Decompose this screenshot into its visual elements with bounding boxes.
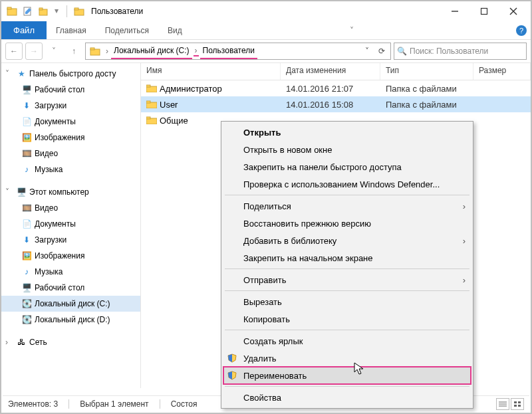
nav-up-button[interactable]: ↑: [65, 43, 82, 60]
nav-music[interactable]: ♪Музыка: [1, 161, 140, 177]
nav-forward-button[interactable]: →: [25, 43, 43, 60]
drive-icon: 💽: [21, 299, 32, 308]
minimize-button[interactable]: [440, 2, 469, 21]
ctx-pin-start[interactable]: Закрепить на начальном экране: [223, 249, 471, 266]
ctx-separator: [225, 195, 469, 195]
nav-pc-pictures[interactable]: 🖼️Изображения: [1, 248, 140, 264]
video-icon: 🎞️: [21, 149, 32, 158]
svg-rect-22: [514, 401, 517, 403]
nav-network[interactable]: ›🖧 Сеть: [1, 334, 140, 350]
svg-rect-6: [74, 8, 78, 10]
nav-pictures[interactable]: 🖼️Изображения: [1, 130, 140, 146]
pictures-icon: 🖼️: [21, 133, 32, 142]
ribbon-collapse-icon[interactable]: ˅: [342, 21, 361, 39]
nav-pc-music[interactable]: ♪Музыка: [1, 264, 140, 280]
ctx-add-library[interactable]: Добавить в библиотеку›: [223, 232, 471, 249]
nav-downloads[interactable]: ⬇Загрузки: [1, 98, 140, 114]
view-details-icon[interactable]: [496, 398, 509, 410]
help-button[interactable]: ?: [512, 21, 531, 39]
nav-recent-button[interactable]: ˅: [45, 43, 63, 60]
titlebar: ▾ Пользователи: [1, 1, 531, 21]
nav-pc-documents[interactable]: 📄Документы: [1, 216, 140, 232]
svg-rect-25: [518, 405, 521, 407]
chevron-right-icon[interactable]: ›: [194, 46, 199, 56]
ctx-separator: [225, 290, 469, 291]
nav-pc-desktop[interactable]: 🖥️Рабочий стол: [1, 280, 140, 296]
download-icon: ⬇: [21, 235, 32, 245]
folder-icon: [146, 100, 157, 108]
document-icon: 📄: [21, 219, 32, 229]
tab-file[interactable]: Файл: [1, 21, 47, 39]
nav-pc-drive-d[interactable]: 💽Локальный диск (D:): [1, 312, 140, 328]
ctx-open-new-window[interactable]: Открыть в новом окне: [223, 141, 471, 158]
properties-icon[interactable]: [23, 6, 33, 17]
ctx-share[interactable]: Поделиться›: [223, 197, 471, 215]
svg-rect-23: [518, 401, 521, 403]
quickaccess-dropdown-icon[interactable]: ▾: [55, 6, 61, 17]
tab-share[interactable]: Поделиться: [96, 21, 158, 39]
address-dropdown-icon[interactable]: ˅: [360, 47, 374, 56]
ctx-copy[interactable]: Копировать: [223, 310, 471, 328]
folder-icon: [146, 84, 157, 92]
new-folder-icon[interactable]: [39, 6, 49, 17]
ctx-delete[interactable]: Удалить: [223, 350, 471, 367]
column-headers: Имя Дата изменения Тип Размер: [141, 63, 531, 80]
tab-home[interactable]: Главная: [47, 21, 96, 39]
col-type[interactable]: Тип: [380, 63, 473, 80]
window-title: Пользователи: [91, 7, 143, 16]
title-folder-icon: [74, 6, 84, 17]
ctx-create-shortcut[interactable]: Создать ярлык: [223, 332, 471, 350]
ctx-send-to[interactable]: Отправить›: [223, 271, 471, 288]
ribbon: Файл Главная Поделиться Вид ˅ ?: [1, 21, 531, 40]
refresh-icon[interactable]: ⟳: [374, 47, 389, 56]
ctx-open[interactable]: Открыть: [223, 124, 471, 141]
file-row[interactable]: Администратор 14.01.2016 21:07 Папка с ф…: [141, 80, 531, 96]
navigation-pane: ˅★ Панель быстрого досту 🖥️Рабочий стол …: [1, 63, 141, 388]
nav-quick-access[interactable]: ˅★ Панель быстрого досту: [1, 66, 140, 82]
ctx-cut[interactable]: Вырезать: [223, 293, 471, 310]
nav-this-pc[interactable]: ˅🖥️ Этот компьютер: [1, 184, 140, 200]
nav-videos[interactable]: 🎞️Видео: [1, 146, 140, 161]
explorer-icon: [7, 6, 17, 17]
ctx-pin-quick-access[interactable]: Закрепить на панели быстрого доступа: [223, 158, 471, 175]
col-date[interactable]: Дата изменения: [281, 63, 380, 80]
ctx-separator: [225, 386, 469, 387]
tab-view[interactable]: Вид: [158, 21, 192, 39]
nav-back-button[interactable]: ←: [5, 43, 23, 60]
view-large-icon[interactable]: [511, 398, 524, 410]
status-item-count: Элементов: 3: [8, 399, 58, 409]
ctx-properties[interactable]: Свойства: [223, 389, 471, 406]
video-icon: 🎞️: [21, 203, 32, 213]
shield-icon: [227, 354, 237, 363]
svg-rect-14: [146, 85, 150, 87]
address-row: ← → ˅ ↑ › Локальный диск (C:) › Пользова…: [1, 40, 531, 62]
download-icon: ⬇: [21, 101, 32, 110]
close-button[interactable]: [499, 2, 528, 21]
ctx-separator: [225, 330, 469, 330]
breadcrumb-users[interactable]: Пользователи: [200, 43, 257, 59]
breadcrumb-folder-icon: [87, 43, 103, 59]
nav-pc-drive-c[interactable]: 💽Локальный диск (C:): [1, 296, 140, 312]
search-icon: 🔍: [397, 47, 407, 56]
col-name[interactable]: Имя: [141, 63, 281, 80]
file-row-selected[interactable]: User 14.01.2016 15:08 Папка с файлами: [141, 96, 531, 112]
breadcrumb-c-drive[interactable]: Локальный диск (C:): [111, 43, 192, 59]
nav-pc-videos[interactable]: 🎞️Видео: [1, 200, 140, 216]
col-size[interactable]: Размер: [473, 63, 531, 80]
ctx-rename[interactable]: Переименовать: [223, 367, 471, 384]
nav-pc-downloads[interactable]: ⬇Загрузки: [1, 232, 140, 248]
ctx-defender-scan[interactable]: Проверка с использованием Windows Defend…: [223, 175, 471, 193]
chevron-right-icon[interactable]: ›: [104, 47, 110, 56]
svg-rect-16: [146, 101, 150, 103]
maximize-button[interactable]: [469, 2, 499, 21]
search-input[interactable]: 🔍 Поиск: Пользователи: [394, 43, 527, 60]
music-icon: ♪: [21, 267, 32, 276]
shield-icon: [227, 371, 237, 380]
star-icon: ★: [16, 69, 27, 78]
nav-desktop[interactable]: 🖥️Рабочий стол: [1, 82, 140, 98]
search-placeholder: Поиск: Пользователи: [410, 47, 488, 56]
ctx-restore-previous[interactable]: Восстановить прежнюю версию: [223, 215, 471, 232]
nav-documents[interactable]: 📄Документы: [1, 114, 140, 130]
address-bar[interactable]: › Локальный диск (C:) › Пользователи ˅ ⟳: [85, 43, 391, 60]
desktop-icon: 🖥️: [21, 283, 32, 292]
